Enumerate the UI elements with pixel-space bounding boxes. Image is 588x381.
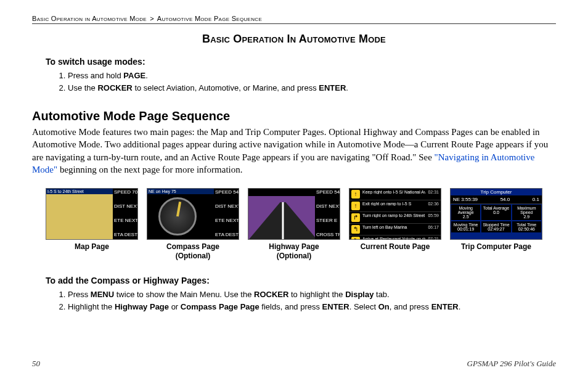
route-line: ⚑Arrive at Restaurant Yokota on right07:… bbox=[349, 236, 441, 240]
compass-icon bbox=[158, 197, 197, 236]
trip-cell: Stopped Time02:49:27 bbox=[481, 221, 511, 233]
trip-row-times: Moving Time00:01:19 Stopped Time02:49:27… bbox=[451, 221, 542, 233]
text: Highlight the bbox=[68, 302, 115, 311]
text: . bbox=[346, 83, 348, 92]
route-time: 02:31 bbox=[428, 190, 439, 194]
map-sidebar: SPEED 70.0 DIST NEXT 2.9 ETE NEXT 02:30 … bbox=[113, 189, 137, 239]
guide-title: GPSMAP 296 Pilot's Guide bbox=[467, 359, 556, 369]
key-enter: ENTER bbox=[431, 302, 459, 311]
route-text: Exit right on ramp to I-5 S bbox=[362, 202, 425, 206]
figure-row: I-5 S to 24th Street SPEED 70.0 DIST NEX… bbox=[32, 188, 556, 261]
stat: DIST NEXT 1.3 bbox=[215, 204, 237, 210]
text: . Select bbox=[349, 302, 378, 311]
label: Total Time bbox=[517, 223, 536, 227]
value: 2.9 bbox=[523, 215, 529, 219]
stat: ETA DEST 4:00 bbox=[114, 232, 136, 238]
map-topbar: I-5 S to 24th Street bbox=[46, 189, 115, 194]
label: Maximum Speed bbox=[517, 206, 536, 215]
caption: Trip Computer Page bbox=[461, 242, 531, 252]
value: 02:50:46 bbox=[518, 227, 535, 231]
caption: Map Page bbox=[75, 242, 109, 252]
field-highway-page: Highway Page bbox=[115, 302, 169, 311]
trip-cell: Total Average0.0 bbox=[481, 204, 511, 221]
route-time: 06:17 bbox=[428, 225, 439, 229]
add-step-1: Press MENU twice to show the Main Menu. … bbox=[68, 289, 556, 300]
value: 02:49:27 bbox=[488, 227, 504, 231]
trip-heading-val: NE 3:55:39 bbox=[452, 197, 479, 202]
stat: DIST NEXT 1.3 bbox=[316, 204, 338, 210]
route-text: Keep right onto I-5 S/ National Avenue bbox=[362, 190, 425, 194]
trip-odo-val: 0.1 bbox=[531, 197, 541, 202]
highway-area: NE 060 075 E 105 120 SE bbox=[248, 196, 317, 239]
caption: Current Route Page bbox=[361, 242, 430, 252]
value: 00:01:19 bbox=[457, 227, 474, 231]
value: 0.0 bbox=[493, 210, 499, 215]
key-enter: ENTER bbox=[322, 302, 349, 311]
add-pages-steps: Press MENU twice to show the Main Menu. … bbox=[32, 288, 556, 313]
route-time: 05:59 bbox=[428, 213, 439, 218]
text: Press bbox=[68, 290, 91, 299]
trip-row-main: NE 3:55:39 54.0 0.1 bbox=[451, 195, 542, 204]
breadcrumb-sep: > bbox=[150, 15, 154, 22]
stat: ETE NEXT 02:41 bbox=[215, 218, 237, 224]
route-line: ↑Keep right onto I-5 S/ National Avenue0… bbox=[349, 189, 441, 200]
route-time: 07:21 bbox=[428, 237, 439, 240]
page-footer: 50 GPSMAP 296 Pilot's Guide bbox=[32, 359, 556, 369]
route-text: Arrive at Restaurant Yokota on right bbox=[362, 237, 425, 240]
stat: SPEED 54.0 bbox=[316, 190, 338, 195]
figure-map-page: I-5 S to 24th Street SPEED 70.0 DIST NEX… bbox=[46, 188, 138, 261]
page-number: 50 bbox=[32, 359, 40, 369]
stat: ETE NEXT 02:30 bbox=[114, 218, 136, 224]
compass-page-thumb: NE on Hwy 75 SPEED 54.0 DIST NEXT 1.3 ET… bbox=[147, 188, 239, 240]
key-rocker: ROCKER bbox=[254, 290, 288, 299]
field-compass-page: Compass Page Page bbox=[181, 302, 259, 311]
trip-speed-val: 54.0 bbox=[499, 197, 512, 202]
route-line: ↑Exit right on ramp to I-5 S02:36 bbox=[349, 200, 441, 212]
arrow-icon: ↑ bbox=[351, 202, 360, 210]
caption: Highway Page (Optional) bbox=[269, 242, 319, 261]
trip-computer-thumb: Trip Computer NE 3:55:39 54.0 0.1 Moving… bbox=[450, 188, 542, 240]
stat: CROSS TRACK R0.3 bbox=[316, 232, 338, 238]
key-enter: ENTER bbox=[319, 83, 346, 92]
text: beginning on the next page for more info… bbox=[57, 165, 242, 174]
manual-page: Basic Operation in Automotive Mode > Aut… bbox=[0, 0, 588, 381]
route-text: Turn right on ramp to 24th Street bbox=[362, 213, 425, 218]
key-rocker: ROCKER bbox=[97, 83, 132, 92]
highway-sidebar: SPEED 54.0 DIST NEXT 1.3 STEER E CROSS T… bbox=[315, 189, 340, 239]
section-heading: Automotive Mode Page Sequence bbox=[32, 109, 556, 123]
trip-cell: Total Time02:50:46 bbox=[512, 221, 542, 233]
breadcrumb-sub: Automotive Mode Page Sequence bbox=[157, 15, 262, 22]
switch-modes-steps: Press and hold PAGE. Use the ROCKER to s… bbox=[32, 69, 556, 94]
page-title: Basic Operation In Automotive Mode bbox=[32, 33, 556, 46]
option-on: On bbox=[378, 302, 390, 311]
switch-modes-heading: To switch usage modes: bbox=[32, 57, 556, 67]
add-step-2: Highlight the Highway Page or Compass Pa… bbox=[68, 301, 556, 313]
text: to highlight the bbox=[288, 290, 345, 299]
text: Press and hold bbox=[68, 71, 123, 80]
trip-cell: Moving Time00:01:19 bbox=[451, 221, 481, 233]
switch-step-1: Press and hold PAGE. bbox=[68, 70, 556, 81]
stat: SPEED 70.0 bbox=[114, 190, 136, 195]
label: Total Average bbox=[483, 206, 509, 210]
trip-title: Trip Computer bbox=[451, 189, 542, 195]
map-area: I-5 S to 24th Street bbox=[46, 189, 115, 239]
text: , and press bbox=[390, 302, 431, 311]
compass-topbar: NE on Hwy 75 bbox=[147, 189, 216, 194]
stat: STEER E bbox=[316, 218, 338, 224]
text: Use the bbox=[68, 83, 97, 92]
stat: SPEED 54.0 bbox=[215, 190, 237, 195]
current-route-thumb: ↑Keep right onto I-5 S/ National Avenue0… bbox=[349, 188, 441, 240]
arrow-icon: ↰ bbox=[351, 225, 360, 234]
text: to select Aviation, Automotive, or Marin… bbox=[133, 83, 319, 92]
breadcrumb-section: Basic Operation in Automotive Mode bbox=[32, 15, 147, 22]
compass-sidebar: SPEED 54.0 DIST NEXT 1.3 ETE NEXT 02:41 … bbox=[214, 189, 239, 239]
flag-icon: ⚑ bbox=[351, 237, 360, 240]
route-time: 02:36 bbox=[428, 202, 439, 206]
label: Stopped Time bbox=[483, 223, 509, 227]
text: . bbox=[459, 302, 461, 311]
trip-cell: Moving Average2.5 bbox=[451, 204, 481, 221]
breadcrumb: Basic Operation in Automotive Mode > Aut… bbox=[32, 15, 556, 24]
value: 2.5 bbox=[463, 215, 469, 219]
text: or bbox=[169, 302, 181, 311]
trip-cell: Maximum Speed2.9 bbox=[512, 204, 542, 221]
